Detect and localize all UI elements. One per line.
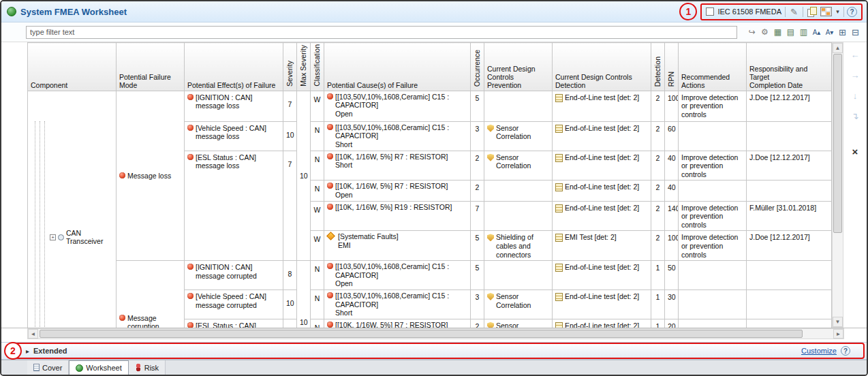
- horizontal-scroll-track[interactable]: [38, 329, 833, 339]
- column-header[interactable]: RPN: [665, 43, 679, 91]
- table-view-flat-icon[interactable]: ▥: [798, 27, 809, 38]
- prevention-cell[interactable]: [484, 91, 553, 121]
- view-menu-icon[interactable]: [820, 7, 832, 16]
- prevention-cell[interactable]: Sensor Correlation: [484, 151, 553, 181]
- classification-cell[interactable]: W: [311, 91, 324, 121]
- layout-icon[interactable]: ⚙: [759, 27, 771, 38]
- cause-cell[interactable]: [[103,50V,10%,1608,Ceramic] C15 : CAPACI…: [324, 91, 471, 121]
- detection-rank-cell[interactable]: 2: [651, 231, 665, 261]
- scroll-right-icon[interactable]: ►: [833, 329, 843, 339]
- recommended-actions-cell[interactable]: Improve detection or prevention controls: [679, 151, 747, 181]
- vertical-scroll-thumb[interactable]: [833, 54, 842, 233]
- scroll-down-icon[interactable]: ▼: [833, 317, 843, 327]
- tab-cover[interactable]: Cover: [27, 360, 69, 375]
- help-icon[interactable]: ?: [841, 346, 850, 356]
- rpn-cell[interactable]: 30: [665, 289, 679, 319]
- detection-cell[interactable]: End-of-Line test [det: 2]: [553, 201, 651, 231]
- occurrence-cell[interactable]: 2: [471, 181, 484, 201]
- occurrence-cell[interactable]: 7: [471, 201, 484, 231]
- column-header[interactable]: Severity: [283, 43, 297, 91]
- detection-cell[interactable]: End-of-Line test [det: 2]: [553, 289, 651, 319]
- prevention-cell[interactable]: Sensor Correlation: [484, 289, 553, 319]
- recommended-actions-cell[interactable]: [679, 121, 747, 151]
- occurrence-cell[interactable]: 2: [471, 151, 484, 181]
- tree-expander-icon[interactable]: +: [50, 234, 56, 240]
- column-header[interactable]: Potential Effect(s) of Failure: [185, 43, 283, 91]
- horizontal-scroll-thumb[interactable]: [40, 330, 803, 338]
- failure-mode-cell[interactable]: Message corruption: [117, 261, 185, 328]
- cause-cell[interactable]: [[103,50V,10%,1608,Ceramic] C15 : CAPACI…: [324, 261, 471, 290]
- detection-rank-cell[interactable]: 2: [651, 201, 665, 231]
- rpn-cell[interactable]: 140: [665, 201, 679, 231]
- recommended-actions-cell[interactable]: [679, 319, 747, 328]
- copy-icon[interactable]: [806, 6, 818, 18]
- column-header[interactable]: Max Severity: [297, 43, 311, 91]
- responsibility-cell[interactable]: [747, 121, 832, 151]
- effect-cell[interactable]: [ESL Status : CAN] message loss: [185, 151, 283, 261]
- classification-cell[interactable]: W: [311, 201, 324, 231]
- cause-cell[interactable]: [[103,50V,10%,1608,Ceramic] C15 : CAPACI…: [324, 121, 471, 151]
- expand-all-icon[interactable]: ⊞: [837, 27, 848, 38]
- extended-section-label[interactable]: Extended: [33, 347, 67, 355]
- customize-link[interactable]: Customize: [801, 347, 837, 355]
- failure-mode-cell[interactable]: Message loss: [117, 91, 185, 260]
- effect-cell[interactable]: [Vehicle Speed : CAN] message loss: [185, 121, 283, 151]
- detection-rank-cell[interactable]: 2: [651, 121, 665, 151]
- severity-cell[interactable]: 10: [283, 289, 297, 319]
- responsibility-cell[interactable]: [747, 319, 832, 328]
- font-increase-icon[interactable]: A▴: [811, 27, 822, 38]
- detection-cell[interactable]: End-of-Line test [det: 2]: [553, 121, 651, 151]
- component-cell[interactable]: +CAN Transceiver: [28, 91, 117, 328]
- detection-rank-cell[interactable]: 2: [651, 181, 665, 201]
- severity-cell[interactable]: 8: [283, 261, 297, 290]
- link-editor-icon[interactable]: ↪: [746, 27, 758, 38]
- occurrence-cell[interactable]: 5: [471, 91, 484, 121]
- cause-cell[interactable]: [Systematic Faults] EMI: [324, 231, 471, 261]
- prevention-cell[interactable]: [484, 181, 553, 201]
- occurrence-cell[interactable]: 5: [471, 231, 484, 261]
- rpn-cell[interactable]: 100: [665, 91, 679, 121]
- responsibility-cell[interactable]: [747, 289, 832, 319]
- detection-cell[interactable]: End-of-Line test [det: 2]: [553, 91, 651, 121]
- filter-input[interactable]: [26, 26, 737, 39]
- fmeda-checkbox[interactable]: [706, 7, 714, 16]
- column-header[interactable]: Current Design Controls Prevention: [484, 43, 553, 91]
- cause-cell[interactable]: [[10K, 1/16W, 5%] R7 : RESISTOR] Short: [324, 151, 471, 181]
- responsibility-cell[interactable]: J.Doe [12.12.2017]: [747, 151, 832, 181]
- effect-cell[interactable]: [ESL Status : CAN] message corrupted: [185, 319, 283, 328]
- rpn-cell[interactable]: 60: [665, 121, 679, 151]
- cause-cell[interactable]: [[10K, 1/16W, 5%] R7 : RESISTOR] Short: [324, 319, 471, 328]
- severity-cell[interactable]: 0: [283, 319, 297, 328]
- table-view-default-icon[interactable]: ▦: [772, 27, 784, 38]
- prevention-cell[interactable]: Sensor Correlation: [484, 319, 553, 328]
- rpn-cell[interactable]: 20: [665, 319, 679, 328]
- recommended-actions-cell[interactable]: [679, 181, 747, 201]
- effect-cell[interactable]: [Vehicle Speed : CAN] message corrupted: [185, 289, 283, 319]
- worksheet-table-viewport[interactable]: ComponentPotential Failure ModePotential…: [27, 42, 832, 328]
- occurrence-cell[interactable]: 5: [471, 261, 484, 290]
- table-view-merged-icon[interactable]: ▤: [785, 27, 796, 38]
- classification-cell[interactable]: N: [311, 319, 324, 328]
- horizontal-scrollbar[interactable]: ◄ ►: [27, 328, 844, 339]
- column-header[interactable]: Classification: [311, 43, 324, 91]
- cause-cell[interactable]: [[10K, 1/16W, 5%] R19 : RESISTOR]: [324, 201, 471, 231]
- recommended-actions-cell[interactable]: [679, 261, 747, 290]
- responsibility-cell[interactable]: [747, 261, 832, 290]
- effect-cell[interactable]: [IGNITION : CAN] message corrupted: [185, 261, 283, 290]
- edit-icon[interactable]: ✎: [788, 6, 800, 18]
- prevention-cell[interactable]: Sensor Correlation: [484, 121, 553, 151]
- prevention-cell[interactable]: [484, 261, 553, 290]
- recommended-actions-cell[interactable]: Improve detection or prevention controls: [679, 201, 747, 231]
- cause-cell[interactable]: [[10K, 1/16W, 5%] R7 : RESISTOR] Open: [324, 181, 471, 201]
- detection-cell[interactable]: EMI Test [det: 2]: [553, 231, 651, 261]
- occurrence-cell[interactable]: 3: [471, 289, 484, 319]
- column-header[interactable]: Potential Failure Mode: [117, 43, 185, 91]
- max-severity-cell[interactable]: 10: [297, 91, 311, 260]
- classification-cell[interactable]: N: [311, 121, 324, 151]
- prevention-cell[interactable]: Shielding of cables and connectors: [484, 231, 553, 261]
- column-header[interactable]: Recommended Actions: [679, 43, 747, 91]
- expand-section-icon[interactable]: ▸: [26, 347, 29, 355]
- column-header[interactable]: Responsibility and Target Completion Dat…: [747, 43, 832, 91]
- responsibility-cell[interactable]: J.Doe [12.12.2017]: [747, 91, 832, 121]
- severity-cell[interactable]: 7: [283, 91, 297, 121]
